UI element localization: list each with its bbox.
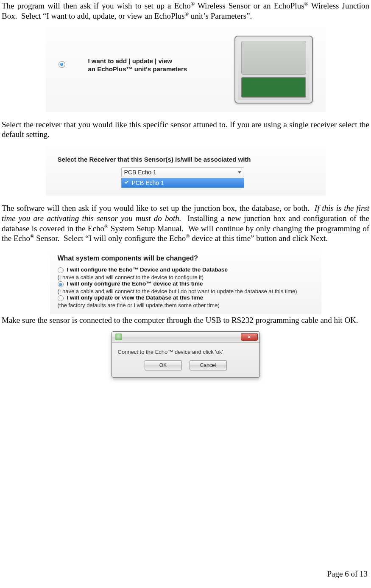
page-footer: Page 6 of 13: [327, 569, 368, 579]
dialog-message: Connect to the Echo™ device and click 'o…: [112, 343, 259, 358]
components-option-1-label: I will configure the Echo™ Device and up…: [67, 266, 315, 273]
junction-box-icon: [234, 36, 313, 104]
receiver-option-selected[interactable]: PCB Echo 1: [122, 178, 244, 188]
figure-echoplus-option: I want to add | update | view an EchoPlu…: [46, 27, 326, 112]
figure-connect-dialog: ✕ Connect to the Echo™ device and click …: [112, 331, 260, 378]
radio-icon: [58, 281, 64, 287]
components-option-1[interactable]: I will configure the Echo™ Device and up…: [58, 266, 315, 273]
components-option-2-sub: (I have a cable and will connect to the …: [58, 288, 315, 294]
figure-system-components: What system components will be changed? …: [50, 249, 321, 314]
receiver-heading: Select the Receiver that this Sensor(s) …: [58, 156, 317, 163]
components-heading: What system components will be changed?: [58, 255, 315, 262]
close-icon: ✕: [247, 335, 251, 339]
components-option-2-label: I will only configure the Echo™ device a…: [67, 280, 315, 287]
components-option-3-sub: (the factory defaults are fine or I will…: [58, 302, 315, 308]
app-icon: [115, 333, 122, 340]
components-option-1-sub: (I have a cable and will connect to the …: [58, 274, 315, 280]
paragraph-3: The software will then ask if you would …: [2, 203, 369, 244]
ok-button[interactable]: OK: [145, 360, 182, 370]
radio-label-line2: an EchoPlus™ unit's parameters: [88, 65, 187, 73]
cancel-button[interactable]: Cancel: [190, 360, 227, 370]
close-button[interactable]: ✕: [241, 333, 258, 341]
paragraph-4: Make sure the sensor is connected to the…: [2, 315, 369, 325]
receiver-combobox[interactable]: PCB Echo 1: [121, 167, 244, 177]
receiver-combobox-value: PCB Echo 1: [124, 169, 156, 176]
components-option-3[interactable]: I will only update or view the Database …: [58, 294, 315, 301]
radio-icon: [58, 267, 64, 273]
radio-label: I want to add | update | view an EchoPlu…: [88, 57, 187, 73]
figure-receiver-select: Select the Receiver that this Sensor(s) …: [46, 146, 326, 196]
paragraph-1: The program will then ask if you wish to…: [2, 1, 369, 21]
radio-icon: [58, 295, 64, 301]
checkmark-icon: [124, 180, 129, 185]
components-option-2[interactable]: I will only configure the Echo™ device a…: [58, 280, 315, 287]
radio-label-line1: I want to add | update | view: [88, 57, 187, 65]
dialog-titlebar: ✕: [112, 332, 259, 343]
receiver-option-label: PCB Echo 1: [132, 179, 164, 186]
paragraph-2: Select the receiver that you would like …: [2, 120, 369, 140]
components-option-3-label: I will only update or view the Database …: [67, 294, 315, 301]
radio-icon[interactable]: [59, 61, 65, 68]
chevron-down-icon: [238, 171, 241, 174]
